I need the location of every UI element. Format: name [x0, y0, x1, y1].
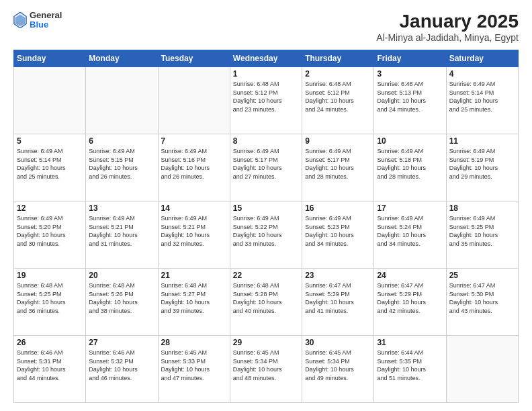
calendar-cell-w4-d4: 22Sunrise: 6:48 AM Sunset: 5:28 PM Dayli… [230, 269, 302, 336]
calendar-cell-w3-d1: 12Sunrise: 6:49 AM Sunset: 5:20 PM Dayli… [14, 201, 86, 269]
day-number: 18 [449, 203, 515, 213]
day-info: Sunrise: 6:49 AM Sunset: 5:17 PM Dayligh… [233, 147, 299, 181]
day-number: 8 [233, 136, 299, 146]
day-number: 16 [305, 203, 371, 213]
day-info: Sunrise: 6:49 AM Sunset: 5:14 PM Dayligh… [449, 80, 515, 113]
day-info: Sunrise: 6:49 AM Sunset: 5:17 PM Dayligh… [305, 147, 371, 181]
day-number: 22 [233, 271, 299, 280]
calendar-cell-w2-d4: 8Sunrise: 6:49 AM Sunset: 5:17 PM Daylig… [230, 134, 302, 201]
day-info: Sunrise: 6:45 AM Sunset: 5:34 PM Dayligh… [305, 349, 371, 382]
day-info: Sunrise: 6:48 AM Sunset: 5:28 PM Dayligh… [233, 281, 299, 315]
day-info: Sunrise: 6:48 AM Sunset: 5:26 PM Dayligh… [89, 281, 154, 315]
calendar-cell-w1-d5: 2Sunrise: 6:48 AM Sunset: 5:12 PM Daylig… [302, 67, 374, 134]
day-number: 15 [233, 203, 299, 213]
calendar-cell-w4-d3: 21Sunrise: 6:48 AM Sunset: 5:27 PM Dayli… [158, 269, 230, 336]
calendar-cell-w1-d7: 4Sunrise: 6:49 AM Sunset: 5:14 PM Daylig… [446, 67, 518, 134]
header-saturday: Saturday [446, 50, 518, 67]
day-number: 1 [233, 69, 299, 79]
day-info: Sunrise: 6:46 AM Sunset: 5:31 PM Dayligh… [17, 349, 83, 382]
day-number: 13 [89, 203, 154, 213]
day-number: 12 [17, 203, 83, 213]
header-monday: Monday [86, 50, 158, 67]
logo: General Blue [13, 11, 62, 30]
calendar-table: Sunday Monday Tuesday Wednesday Thursday… [13, 50, 519, 403]
calendar-cell-w1-d2 [86, 67, 158, 134]
calendar-cell-w1-d1 [14, 67, 86, 134]
calendar-cell-w2-d5: 9Sunrise: 6:49 AM Sunset: 5:17 PM Daylig… [302, 134, 374, 201]
calendar-cell-w5-d1: 26Sunrise: 6:46 AM Sunset: 5:31 PM Dayli… [14, 336, 86, 403]
day-info: Sunrise: 6:49 AM Sunset: 5:21 PM Dayligh… [89, 214, 154, 248]
day-number: 30 [305, 338, 371, 347]
logo-line1: General [30, 11, 62, 20]
calendar-cell-w2-d3: 7Sunrise: 6:49 AM Sunset: 5:16 PM Daylig… [158, 134, 230, 201]
calendar-week-3: 12Sunrise: 6:49 AM Sunset: 5:20 PM Dayli… [14, 201, 519, 269]
calendar-cell-w1-d6: 3Sunrise: 6:48 AM Sunset: 5:13 PM Daylig… [374, 67, 446, 134]
calendar-cell-w4-d6: 24Sunrise: 6:47 AM Sunset: 5:29 PM Dayli… [374, 269, 446, 336]
calendar-cell-w4-d5: 23Sunrise: 6:47 AM Sunset: 5:29 PM Dayli… [302, 269, 374, 336]
header-wednesday: Wednesday [230, 50, 302, 67]
header-sunday: Sunday [14, 50, 86, 67]
day-number: 23 [305, 271, 371, 280]
calendar-cell-w1-d4: 1Sunrise: 6:48 AM Sunset: 5:12 PM Daylig… [230, 67, 302, 134]
calendar-cell-w1-d3 [158, 67, 230, 134]
day-info: Sunrise: 6:48 AM Sunset: 5:12 PM Dayligh… [233, 80, 299, 113]
day-info: Sunrise: 6:49 AM Sunset: 5:24 PM Dayligh… [377, 214, 443, 248]
day-number: 4 [449, 69, 515, 79]
day-number: 20 [89, 271, 154, 280]
day-number: 14 [161, 203, 227, 213]
calendar-cell-w4-d2: 20Sunrise: 6:48 AM Sunset: 5:26 PM Dayli… [86, 269, 158, 336]
calendar-week-5: 26Sunrise: 6:46 AM Sunset: 5:31 PM Dayli… [14, 336, 519, 403]
logo-line2: Blue [30, 20, 62, 30]
calendar-cell-w5-d2: 27Sunrise: 6:46 AM Sunset: 5:32 PM Dayli… [86, 336, 158, 403]
calendar-cell-w4-d1: 19Sunrise: 6:48 AM Sunset: 5:25 PM Dayli… [14, 269, 86, 336]
day-number: 6 [89, 136, 154, 146]
day-number: 3 [377, 69, 443, 79]
day-info: Sunrise: 6:47 AM Sunset: 5:29 PM Dayligh… [377, 281, 443, 315]
day-info: Sunrise: 6:49 AM Sunset: 5:16 PM Dayligh… [161, 147, 227, 181]
day-info: Sunrise: 6:44 AM Sunset: 5:35 PM Dayligh… [377, 349, 443, 382]
calendar-cell-w5-d5: 30Sunrise: 6:45 AM Sunset: 5:34 PM Dayli… [302, 336, 374, 403]
header-tuesday: Tuesday [158, 50, 230, 67]
day-number: 17 [377, 203, 443, 213]
calendar-header-row: Sunday Monday Tuesday Wednesday Thursday… [14, 50, 519, 67]
day-number: 7 [161, 136, 227, 146]
calendar-title: January 2025 [376, 11, 519, 32]
calendar-cell-w3-d3: 14Sunrise: 6:49 AM Sunset: 5:21 PM Dayli… [158, 201, 230, 269]
day-info: Sunrise: 6:49 AM Sunset: 5:21 PM Dayligh… [161, 214, 227, 248]
day-number: 26 [17, 338, 83, 347]
logo-text: General Blue [30, 11, 62, 30]
day-info: Sunrise: 6:45 AM Sunset: 5:33 PM Dayligh… [161, 349, 227, 382]
day-info: Sunrise: 6:49 AM Sunset: 5:18 PM Dayligh… [377, 147, 443, 181]
day-info: Sunrise: 6:48 AM Sunset: 5:13 PM Dayligh… [377, 80, 443, 113]
day-info: Sunrise: 6:49 AM Sunset: 5:23 PM Dayligh… [305, 214, 371, 248]
calendar-week-2: 5Sunrise: 6:49 AM Sunset: 5:14 PM Daylig… [14, 134, 519, 201]
header-thursday: Thursday [302, 50, 374, 67]
calendar-subtitle: Al-Minya al-Jadidah, Minya, Egypt [376, 32, 519, 43]
calendar-cell-w2-d2: 6Sunrise: 6:49 AM Sunset: 5:15 PM Daylig… [86, 134, 158, 201]
day-info: Sunrise: 6:47 AM Sunset: 5:29 PM Dayligh… [305, 281, 371, 315]
page: General Blue January 2025 Al-Minya al-Ja… [0, 0, 532, 411]
calendar-cell-w3-d6: 17Sunrise: 6:49 AM Sunset: 5:24 PM Dayli… [374, 201, 446, 269]
day-info: Sunrise: 6:46 AM Sunset: 5:32 PM Dayligh… [89, 349, 154, 382]
calendar-cell-w4-d7: 25Sunrise: 6:47 AM Sunset: 5:30 PM Dayli… [446, 269, 518, 336]
day-info: Sunrise: 6:48 AM Sunset: 5:27 PM Dayligh… [161, 281, 227, 315]
day-number: 24 [377, 271, 443, 280]
day-number: 31 [377, 338, 443, 347]
day-info: Sunrise: 6:49 AM Sunset: 5:14 PM Dayligh… [17, 147, 83, 181]
day-info: Sunrise: 6:48 AM Sunset: 5:12 PM Dayligh… [305, 80, 371, 113]
day-number: 5 [17, 136, 83, 146]
calendar-cell-w2-d6: 10Sunrise: 6:49 AM Sunset: 5:18 PM Dayli… [374, 134, 446, 201]
day-info: Sunrise: 6:45 AM Sunset: 5:34 PM Dayligh… [233, 349, 299, 382]
logo-icon [13, 12, 27, 28]
day-number: 10 [377, 136, 443, 146]
calendar-cell-w3-d2: 13Sunrise: 6:49 AM Sunset: 5:21 PM Dayli… [86, 201, 158, 269]
day-info: Sunrise: 6:49 AM Sunset: 5:25 PM Dayligh… [449, 214, 515, 248]
calendar-cell-w5-d7 [446, 336, 518, 403]
calendar-cell-w3-d5: 16Sunrise: 6:49 AM Sunset: 5:23 PM Dayli… [302, 201, 374, 269]
day-info: Sunrise: 6:49 AM Sunset: 5:15 PM Dayligh… [89, 147, 154, 181]
calendar-cell-w5-d4: 29Sunrise: 6:45 AM Sunset: 5:34 PM Dayli… [230, 336, 302, 403]
calendar-cell-w2-d7: 11Sunrise: 6:49 AM Sunset: 5:19 PM Dayli… [446, 134, 518, 201]
calendar-week-1: 1Sunrise: 6:48 AM Sunset: 5:12 PM Daylig… [14, 67, 519, 134]
day-number: 28 [161, 338, 227, 347]
calendar-cell-w5-d6: 31Sunrise: 6:44 AM Sunset: 5:35 PM Dayli… [374, 336, 446, 403]
